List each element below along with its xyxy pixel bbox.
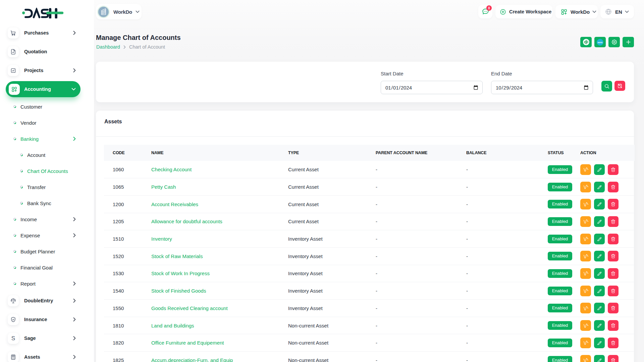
svg-text:xero: xero [598, 41, 603, 43]
